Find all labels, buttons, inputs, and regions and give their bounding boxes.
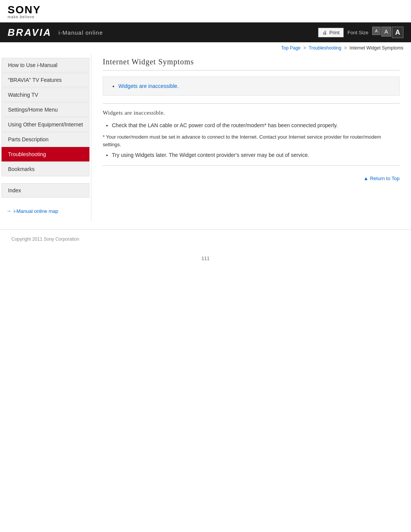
sidebar-item-bravia-features[interactable]: "BRAVIA" TV Features	[2, 73, 89, 87]
breadcrumb: Top Page > Troubleshooting > Internet Wi…	[0, 42, 411, 54]
font-medium-button[interactable]: A	[381, 27, 391, 37]
return-to-top-label: Return to Top	[370, 176, 400, 181]
sidebar-item-index[interactable]: Index	[2, 183, 89, 198]
sidebar-item-watching-tv[interactable]: Watching TV	[2, 88, 89, 102]
breadcrumb-top-page[interactable]: Top Page	[281, 45, 301, 51]
section-divider-bottom	[103, 165, 400, 166]
symptom-list: Widgets are inaccessible.	[111, 83, 392, 89]
page-number: 111	[0, 248, 411, 269]
sidebar-spacer	[0, 177, 91, 183]
font-size-label: Font Size	[347, 30, 368, 35]
body-area: How to Use i-Manual "BRAVIA" TV Features…	[0, 54, 411, 222]
sony-tagline: make.believe	[8, 15, 403, 19]
return-to-top-link[interactable]: ▲ Return to Top	[363, 176, 400, 181]
sidebar-item-parts-description[interactable]: Parts Description	[2, 132, 89, 147]
return-to-top: ▲ Return to Top	[103, 172, 400, 185]
sidebar-map-link-label: i-Manual online map	[14, 208, 58, 214]
copyright-text: Copyright 2011 Sony Corporation	[11, 236, 79, 242]
breadcrumb-sep2: >	[344, 45, 347, 51]
sidebar-spacer-2	[0, 198, 91, 204]
section-divider-top	[103, 103, 400, 104]
sidebar-item-using-other[interactable]: Using Other Equipment/Internet	[2, 117, 89, 132]
sidebar-map-link[interactable]: → i-Manual online map	[0, 204, 91, 218]
content-list: Check that the LAN cable or AC power cor…	[103, 121, 400, 129]
sidebar-item-troubleshooting[interactable]: Troubleshooting	[2, 147, 89, 161]
symptom-list-item: Widgets are inaccessible.	[118, 83, 392, 89]
bravia-logo: BRAVIA	[8, 27, 52, 38]
content-list-2: Try using Widgets later. The Widget cont…	[103, 151, 400, 159]
sidebar-item-settings-home[interactable]: Settings/Home Menu	[2, 102, 89, 117]
breadcrumb-sep1: >	[303, 45, 306, 51]
font-small-button[interactable]: A	[372, 27, 381, 35]
breadcrumb-troubleshooting[interactable]: Troubleshooting	[309, 45, 341, 51]
content-list-item-1: Check that the LAN cable or AC power cor…	[112, 121, 400, 129]
sidebar-item-bookmarks[interactable]: Bookmarks	[2, 162, 89, 176]
return-to-top-arrow: ▲	[363, 176, 368, 181]
top-bar: SONY make.believe	[0, 0, 411, 22]
bravia-left: BRAVIA i-Manual online	[8, 27, 103, 38]
map-arrow-icon: →	[6, 208, 11, 214]
bravia-subtitle: i-Manual online	[59, 29, 103, 36]
font-large-button[interactable]: A	[392, 27, 403, 38]
sidebar-item-how-to-use[interactable]: How to Use i-Manual	[2, 58, 89, 72]
bravia-bar: BRAVIA i-Manual online 🖨 Print Font Size…	[0, 22, 411, 42]
note-text: * Your router/modem must be set in advan…	[103, 133, 400, 148]
sidebar: How to Use i-Manual "BRAVIA" TV Features…	[0, 54, 91, 222]
symptom-box: Widgets are inaccessible.	[103, 77, 400, 96]
symptom-link[interactable]: Widgets are inaccessible.	[118, 83, 179, 89]
sony-logo-text: SONY	[8, 5, 403, 15]
font-size-controls: A A A	[372, 27, 403, 38]
page-title: Internet Widget Symptoms	[103, 58, 400, 70]
print-button[interactable]: 🖨 Print	[318, 28, 344, 37]
section-heading: Widgets are inaccessible.	[103, 110, 400, 116]
bravia-right: 🖨 Print Font Size A A A	[318, 27, 403, 38]
print-label: Print	[329, 30, 339, 35]
content-area: Internet Widget Symptoms Widgets are ina…	[91, 54, 411, 222]
footer: Copyright 2011 Sony Corporation	[0, 229, 411, 248]
print-icon: 🖨	[322, 30, 327, 35]
sony-logo: SONY make.believe	[8, 5, 403, 19]
content-list-item-2: Try using Widgets later. The Widget cont…	[112, 151, 400, 159]
breadcrumb-current: Internet Widget Symptoms	[350, 45, 403, 51]
